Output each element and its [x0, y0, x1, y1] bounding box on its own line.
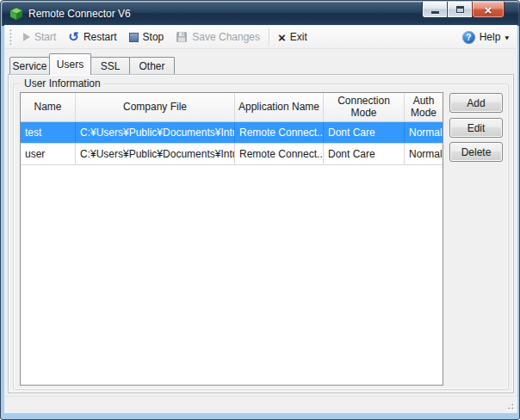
tab-ssl[interactable]: SSL	[90, 57, 130, 74]
maximize-button[interactable]	[447, 2, 472, 18]
groupbox-title: User Information	[21, 77, 104, 90]
cell-auth-mode: Normal	[405, 122, 443, 143]
close-icon: ×	[485, 3, 492, 17]
cell-auth-mode: Normal	[405, 144, 443, 164]
resize-grip[interactable]	[505, 400, 515, 411]
floppy-disk-icon	[176, 31, 188, 43]
column-header-name[interactable]: Name	[21, 93, 76, 121]
exit-x-icon: ×	[278, 32, 286, 43]
toolbar-separator	[269, 28, 269, 46]
tab-ssl-label: SSL	[101, 60, 121, 72]
minimize-button[interactable]	[422, 2, 447, 18]
cell-connection-mode: Dont Care	[324, 144, 405, 164]
start-label: Start	[34, 31, 56, 43]
start-button[interactable]: Start	[17, 28, 62, 47]
edit-button[interactable]: Edit	[449, 118, 503, 138]
tab-service-label: Service	[12, 60, 46, 72]
restart-icon: ↺	[68, 31, 79, 43]
column-header-connection-mode[interactable]: Connection Mode	[324, 93, 405, 121]
cell-application-name: Remote Connect...	[235, 144, 324, 164]
cell-application-name: Remote Connect...	[235, 122, 324, 143]
play-icon	[23, 33, 30, 41]
cell-company-file: C:¥Users¥Public¥Documents¥Intuit...	[76, 122, 235, 143]
window-title: Remote Connector V6	[28, 8, 131, 20]
help-label: Help	[480, 31, 501, 43]
chevron-down-icon: ▼	[505, 34, 509, 40]
tab-users-label: Users	[57, 59, 84, 71]
table-row[interactable]: test C:¥Users¥Public¥Documents¥Intuit...…	[21, 122, 443, 144]
column-header-company-file[interactable]: Company File	[76, 93, 235, 121]
help-dropdown-button[interactable]: ? Help ▼	[456, 28, 517, 47]
tab-other-label: Other	[139, 60, 164, 72]
maximize-icon	[456, 6, 464, 13]
delete-button-label: Delete	[461, 146, 492, 158]
tab-service[interactable]: Service	[9, 57, 50, 74]
cell-name: user	[21, 144, 76, 164]
exit-label: Exit	[290, 31, 307, 43]
users-table: Name Company File Application Name Conne…	[20, 92, 443, 386]
restart-label: Restart	[84, 31, 117, 43]
stop-icon	[129, 33, 139, 42]
save-changes-button[interactable]: Save Changes	[170, 28, 266, 47]
toolbar: Start ↺ Restart Stop Save Changes × Exit…	[5, 26, 517, 49]
edit-button-label: Edit	[467, 122, 486, 134]
title-bar[interactable]: Remote Connector V6 ×	[2, 2, 519, 26]
cell-connection-mode: Dont Care	[324, 122, 405, 143]
column-header-auth-mode[interactable]: Auth Mode	[405, 93, 443, 121]
window-controls: ×	[422, 2, 505, 18]
stop-button[interactable]: Stop	[123, 28, 170, 47]
app-window: Remote Connector V6 × Start ↺ Restart St…	[0, 0, 520, 420]
restart-button[interactable]: ↺ Restart	[62, 28, 122, 47]
cell-company-file: C:¥Users¥Public¥Documents¥Intuit...	[76, 144, 235, 164]
save-changes-label: Save Changes	[192, 31, 260, 43]
stop-label: Stop	[143, 31, 164, 43]
delete-button[interactable]: Delete	[449, 142, 503, 162]
close-button[interactable]: ×	[472, 2, 505, 18]
add-button-label: Add	[467, 97, 485, 109]
add-button[interactable]: Add	[449, 93, 503, 113]
help-icon: ?	[462, 31, 475, 44]
tab-other[interactable]: Other	[129, 57, 175, 74]
tab-users[interactable]: Users	[49, 53, 91, 75]
status-bar	[5, 396, 517, 412]
table-row[interactable]: user C:¥Users¥Public¥Documents¥Intuit...…	[21, 144, 443, 165]
exit-button[interactable]: × Exit	[272, 28, 313, 47]
table-header-row: Name Company File Application Name Conne…	[21, 93, 443, 122]
toolbar-grip-handle[interactable]	[9, 29, 13, 46]
app-icon	[9, 7, 23, 21]
column-header-application-name[interactable]: Application Name	[235, 93, 324, 121]
minimize-icon	[431, 11, 439, 14]
cell-name: test	[21, 122, 76, 143]
